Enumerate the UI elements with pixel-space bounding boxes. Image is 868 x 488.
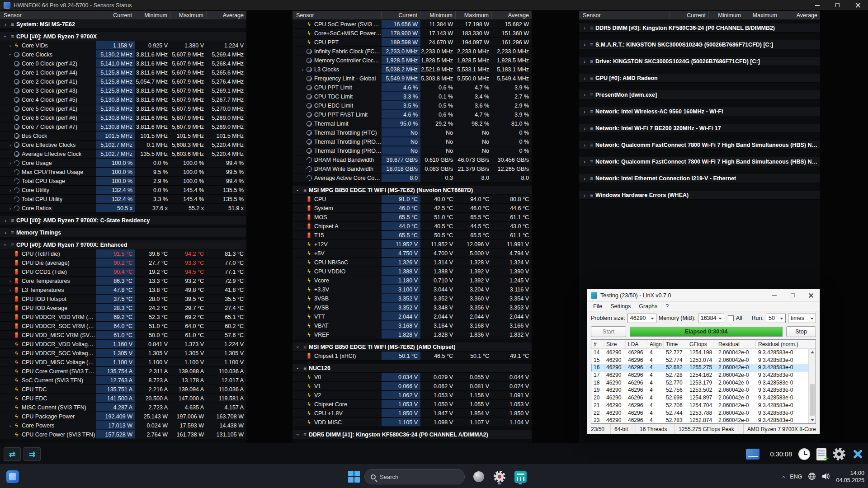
sensor-group-row[interactable]: ›≡CPU [#0]: AMD Ryzen 7 9700X	[0, 32, 246, 41]
expand-chevron-icon[interactable]: ›	[581, 191, 588, 200]
sensor-group-row[interactable]: ›≡Memory Timings	[0, 228, 246, 237]
expand-arrow-icon[interactable]: ›	[7, 421, 13, 430]
sensor-row[interactable]: CPU PPT FAST Limit4.6 %0.6 %4.7 %3.9 %	[292, 110, 532, 119]
expand-chevron-icon[interactable]: ›	[581, 174, 588, 183]
expand-chevron-icon[interactable]: ›	[581, 157, 588, 166]
speaker-icon[interactable]	[822, 473, 830, 481]
sensor-row[interactable]: Core 2 Clock (perf #1)5,125.8 MHz5,054.7…	[0, 77, 246, 86]
column-header-sensor[interactable]: Sensor	[292, 11, 382, 19]
linx-table-row[interactable]: 154629046296452.7741253.0742.060042e-09 …	[591, 357, 816, 364]
sensor-row[interactable]: CPU VDDCR_SOC VRM (SVI3 T...64.0 °C51.0 …	[0, 322, 246, 331]
tray-expand-chevron-icon[interactable]: ›	[780, 476, 787, 478]
sensor-row[interactable]: Core 3 Clock (perf #3)5,125.8 MHz3,811.6…	[0, 86, 246, 95]
linx-column-header[interactable]: Residual	[716, 340, 756, 348]
linx-table-row[interactable]: 214629046296452.7061254.7042.060042e-09 …	[591, 402, 816, 409]
sensor-row[interactable]: ›Core Effective Clocks5,102.7 MHz0.1 MHz…	[0, 141, 246, 150]
linx-column-header[interactable]: #	[591, 340, 604, 348]
column-header-minimum[interactable]: Minimum	[135, 11, 170, 19]
column-header-minimum[interactable]: Minimum	[709, 11, 744, 19]
sensor-row[interactable]: ›Core Temperatures86.3 °C13.3 °C93.2 °C7…	[0, 277, 246, 286]
sensor-group-row[interactable]: ›≡Network: Qualcomm FastConnect 7800 Wi-…	[579, 141, 820, 150]
linx-menu-help[interactable]: ?	[661, 303, 673, 310]
taskbar-app-sensors[interactable]	[512, 468, 529, 485]
linx-column-header[interactable]: Size	[604, 340, 626, 348]
sensor-row[interactable]: VTT2.044 V2.044 V2.044 V2.044 V	[292, 312, 532, 321]
sensor-row[interactable]: T1565.5 °C50.5 °C65.5 °C61.1 °C	[292, 231, 532, 240]
expand-chevron-icon[interactable]: ›	[581, 57, 588, 66]
linx-minimize-button[interactable]	[765, 289, 783, 301]
sensor-row[interactable]: Thermal Throttling (PROCHOT...NoNoNo0 %	[292, 146, 532, 155]
memory-combobox[interactable]: 16384	[698, 314, 724, 323]
sensor-row[interactable]: V00.034 V0.029 V0.055 V0.044 V	[292, 373, 532, 382]
scroll-down-arrow-icon[interactable]	[809, 417, 816, 423]
sensor-group-row[interactable]: ›≡CPU [#0]: AMD Ryzen 7 9700X: Enhanced	[0, 240, 246, 249]
language-indicator[interactable]: ENG	[790, 474, 802, 480]
linx-column-header[interactable]: Align	[647, 340, 664, 348]
sensor-group-row[interactable]: ›≡PresentMon [dwm.exe]	[579, 90, 820, 99]
sensor-row[interactable]: +12V11.952 V11.952 V12.096 V11.991 V	[292, 240, 532, 249]
sensor-row[interactable]: CPU PPT Limit4.6 %0.6 %4.7 %3.9 %	[292, 83, 532, 92]
sensor-row[interactable]: Max CPU/Thread Usage100.0 %9.5 %100.0 %9…	[0, 168, 246, 177]
sensor-row[interactable]: CPU VDD_MISC VRM (SVI3 TFN)61.0 °C50.0 °…	[0, 331, 246, 340]
sensor-row[interactable]: CPU VDDCR_VDD VRM (SVI3 T...69.2 °C52.3 …	[0, 313, 246, 322]
column-header-sensor[interactable]: Sensor	[579, 11, 670, 19]
network-globe-icon[interactable]	[808, 472, 816, 482]
sensor-row[interactable]: CPU +1.8V1.850 V1.847 V1.854 V1.850 V	[292, 409, 532, 418]
sensor-group-row[interactable]: ›≡Network: Intel Wireless-AC 9560 160MHz…	[579, 107, 820, 116]
column-header-average[interactable]: Average	[780, 11, 820, 19]
column-header-current[interactable]: Current	[670, 11, 709, 19]
expand-chevron-icon[interactable]: ›	[293, 187, 302, 193]
close-button[interactable]	[848, 0, 868, 10]
expand-chevron-icon[interactable]: ›	[293, 344, 302, 350]
linx-column-header[interactable]: Residual (norm.)	[756, 340, 809, 348]
expand-chevron-icon[interactable]: ›	[581, 124, 588, 133]
linx-menu-file[interactable]: File	[589, 303, 606, 310]
sensor-row[interactable]: CPU TDC Limit3.3 %0.1 %3.4 %2.7 %	[292, 92, 532, 101]
sensor-row[interactable]: Thermal Throttling (HTC)NoNoNo0 %	[292, 128, 532, 137]
taskbar-clock[interactable]: 14:00 04.05.2025	[836, 469, 864, 484]
sensor-row[interactable]: Chipset Core1.053 V1.050 V1.055 V1.053 V	[292, 400, 532, 409]
sensor-row[interactable]: Thermal Throttling (PROCHOT...NoNoNo0 %	[292, 137, 532, 146]
sensor-row[interactable]: CPU VDDIO1.388 V1.388 V1.392 V1.390 V	[292, 267, 532, 276]
stop-button[interactable]: Stop	[786, 326, 816, 337]
sensor-row[interactable]: ›L3 Clocks5,038.2 MHz2,521.9 MHz5,533.1 …	[292, 65, 532, 74]
expand-arrow-icon[interactable]: ›	[7, 159, 13, 167]
sensor-row[interactable]: ›Core Usage100.0 %0.0 %100.0 %99.4 %	[0, 159, 246, 168]
sensor-row[interactable]: SoC Current (SVI3 TFN)12.763 A8.723 A13.…	[0, 376, 246, 385]
problem-size-combobox[interactable]: 46290	[627, 314, 656, 323]
expand-chevron-icon[interactable]: ›	[581, 74, 588, 83]
minimize-button[interactable]	[807, 0, 827, 10]
settings-gear-icon[interactable]	[833, 448, 845, 460]
sensor-row[interactable]: Core+SoC+MISC Power (SVI3 ...178.900 W17…	[292, 29, 532, 38]
linx-table-row[interactable]: 224629046296452.7441253.7882.060042e-09 …	[591, 409, 816, 417]
sensor-row[interactable]: Bus Clock101.5 MHz101.5 MHz101.5 MHz101.…	[0, 131, 246, 141]
expand-chevron-icon[interactable]: ›	[1, 242, 10, 248]
sensor-group-row[interactable]: ›≡NUC126	[292, 364, 532, 373]
expand-chevron-icon[interactable]: ›	[2, 216, 9, 225]
sensor-row[interactable]: CPU EDC141.500 A20.500 A147.000 A119.581…	[0, 394, 246, 403]
close-sensors-icon[interactable]	[852, 448, 863, 460]
expand-arrow-icon[interactable]: ›	[7, 204, 13, 212]
expand-arrow-icon[interactable]: ›	[7, 186, 13, 194]
sensor-row[interactable]: Core 6 Clock (perf #6)5,130.8 MHz3,811.6…	[0, 113, 246, 122]
linx-titlebar[interactable]: Testing (23/50) - LinX v0.7.0	[587, 289, 820, 302]
linx-column-header[interactable]: Time	[664, 340, 687, 348]
expand-arrow-icon[interactable]: ›	[300, 65, 306, 74]
start-button-windows[interactable]	[348, 471, 360, 483]
sensor-row[interactable]: ›Core Utility132.4 %0.0 %145.4 %135.5 %	[0, 186, 246, 195]
sensor-group-row[interactable]: ›≡MSI MPG B850 EDGE TI WIFI (MS-7E62) (N…	[292, 186, 532, 195]
sensor-row[interactable]: CPU Package Power192.409 W25.143 W197.00…	[0, 412, 246, 421]
sensor-group-row[interactable]: ›≡Windows Hardware Errors (WHEA)	[579, 191, 820, 200]
sensor-row[interactable]: CPU VDDCR_SOC Voltage (SVI...1.305 V1.30…	[0, 349, 246, 358]
next-column-button[interactable]: ⇉	[24, 447, 41, 461]
prev-column-button[interactable]: ⇄	[4, 447, 21, 461]
sensor-row[interactable]: CPU91.0 °C40.0 °C94.0 °C80.8 °C	[292, 195, 532, 204]
sensor-row[interactable]: Core 7 Clock (perf #7)5,130.8 MHz3,811.6…	[0, 122, 246, 131]
column-header-maximum[interactable]: Maximum	[744, 11, 780, 19]
column-header-minimum[interactable]: Minimum	[420, 11, 456, 19]
sensor-row[interactable]: AVSB3.352 V3.348 V3.356 V3.353 V	[292, 303, 532, 312]
sensor-row[interactable]: 3VSB3.352 V3.352 V3.360 V3.354 V	[292, 294, 532, 303]
report-icon[interactable]	[816, 448, 826, 460]
linx-close-button[interactable]	[802, 289, 820, 301]
sensor-row[interactable]: Average Effective Clock5,102.7 MHz135.5 …	[0, 150, 246, 159]
